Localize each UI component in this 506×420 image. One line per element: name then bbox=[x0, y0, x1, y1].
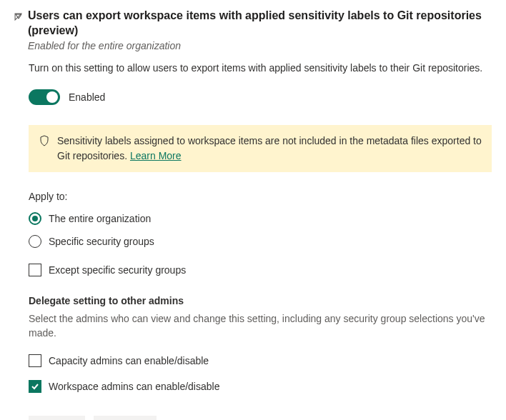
cancel-button[interactable]: Cancel bbox=[94, 416, 157, 420]
delegate-heading: Delegate setting to other admins bbox=[29, 295, 492, 306]
radio-specific-groups[interactable] bbox=[29, 235, 41, 248]
checkbox-except-groups[interactable] bbox=[29, 264, 41, 276]
banner-text: Sensitivity labels assigned to workspace… bbox=[57, 135, 482, 161]
apply-to-label: Apply to: bbox=[29, 191, 492, 202]
checkbox-except-groups-label: Except specific security groups bbox=[49, 264, 186, 276]
learn-more-link[interactable]: Learn More bbox=[130, 150, 182, 161]
expand-triangle-icon[interactable] bbox=[14, 11, 22, 23]
radio-entire-organization[interactable] bbox=[29, 212, 41, 225]
setting-title: Users can export workspace items with ap… bbox=[28, 9, 492, 39]
setting-description: Turn on this setting to allow users to e… bbox=[29, 61, 492, 76]
apply-button[interactable]: Apply bbox=[29, 416, 85, 420]
checkbox-workspace-admins-label: Workspace admins can enable/disable bbox=[49, 381, 219, 392]
checkbox-workspace-admins[interactable] bbox=[29, 380, 41, 393]
checkbox-capacity-admins-label: Capacity admins can enable/disable bbox=[49, 355, 209, 366]
enabled-toggle[interactable] bbox=[29, 89, 60, 105]
radio-specific-groups-label: Specific security groups bbox=[49, 236, 154, 247]
shield-icon bbox=[39, 135, 50, 164]
setting-scope-subtitle: Enabled for the entire organization bbox=[28, 40, 492, 51]
enabled-toggle-label: Enabled bbox=[69, 91, 105, 103]
radio-entire-organization-label: The entire organization bbox=[49, 213, 151, 224]
checkbox-capacity-admins[interactable] bbox=[29, 354, 41, 367]
info-banner: Sensitivity labels assigned to workspace… bbox=[29, 125, 492, 172]
delegate-description: Select the admins who can view and chang… bbox=[29, 312, 492, 340]
